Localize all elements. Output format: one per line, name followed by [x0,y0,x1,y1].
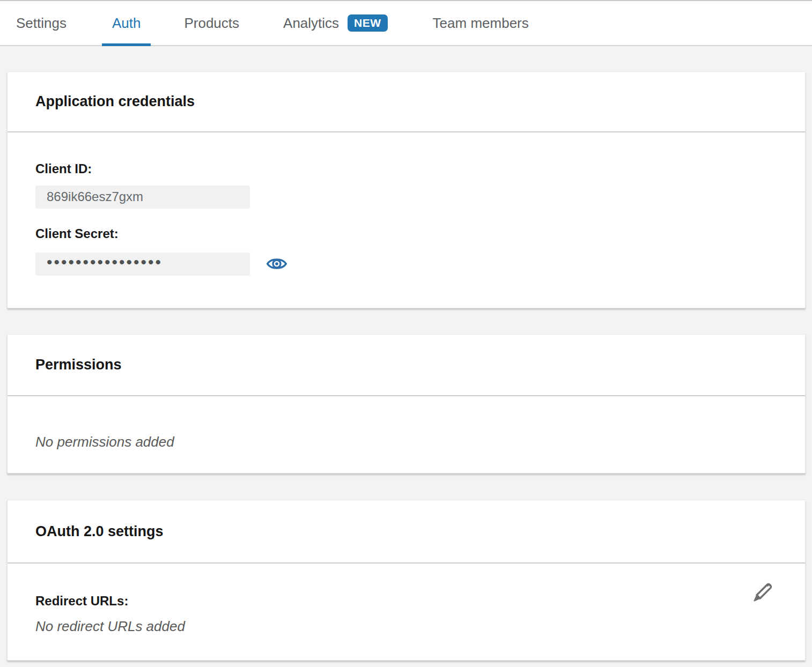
application-credentials-header: Application credentials [8,72,805,132]
client-secret-row: •••••••••••••••• [35,253,805,276]
application-credentials-card: Application credentials Client ID: 869ik… [7,71,806,308]
tab-bar: Settings Auth Products Analytics NEW Tea… [0,0,812,46]
tab-products[interactable]: Products [184,1,239,45]
permissions-title: Permissions [35,357,122,373]
client-id-label: Client ID: [35,161,805,177]
tab-analytics-label: Analytics [283,1,339,45]
tab-auth[interactable]: Auth [102,1,151,45]
client-secret-field[interactable]: •••••••••••••••• [35,253,250,276]
client-secret-label: Client Secret: [35,226,805,242]
client-id-field[interactable]: 869ik66esz7gxm [35,186,250,209]
oauth-settings-title: OAuth 2.0 settings [35,523,164,540]
new-badge: NEW [348,14,388,32]
client-id-value: 869ik66esz7gxm [47,189,143,204]
oauth-settings-body: Redirect URLs: No redirect URLs added [8,564,805,635]
tab-settings[interactable]: Settings [16,1,67,45]
client-secret-masked-value: •••••••••••••••• [47,262,163,265]
application-credentials-body: Client ID: 869ik66esz7gxm Client Secret:… [8,132,805,276]
redirect-urls-empty-text: No redirect URLs added [35,618,773,635]
redirect-urls-label: Redirect URLs: [35,594,773,609]
tab-team-members[interactable]: Team members [433,1,529,45]
pencil-icon [750,581,774,605]
show-secret-button[interactable] [265,253,288,275]
permissions-empty-text: No permissions added [35,434,805,450]
edit-redirect-urls-button[interactable] [749,580,775,606]
eye-icon [266,253,287,275]
permissions-card: Permissions No permissions added [7,334,806,473]
permissions-header: Permissions [8,335,805,396]
oauth-settings-card: OAuth 2.0 settings Redirect URLs: No red… [7,500,806,661]
permissions-body: No permissions added [8,396,805,450]
application-credentials-title: Application credentials [35,93,195,110]
oauth-settings-header: OAuth 2.0 settings [8,500,805,564]
tab-analytics[interactable]: Analytics NEW [283,1,388,45]
